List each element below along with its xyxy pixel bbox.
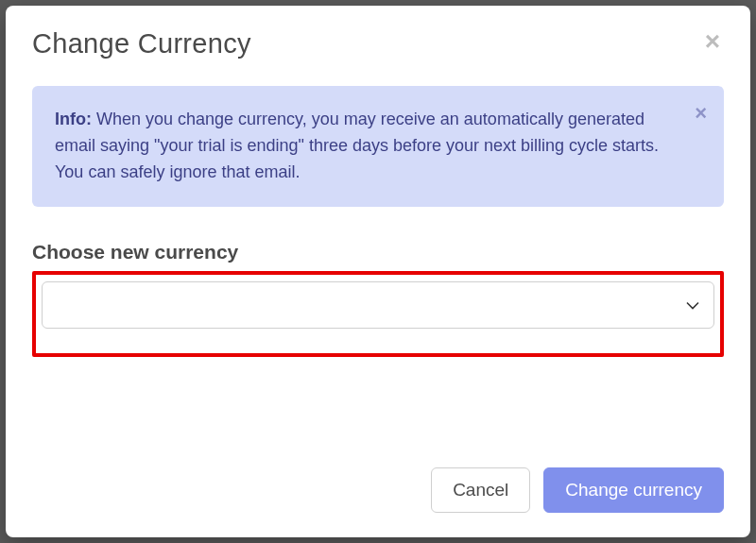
info-label: Info: [55,110,92,128]
currency-select[interactable] [42,281,714,329]
currency-field-label: Choose new currency [32,241,724,263]
info-message: When you change currency, you may receiv… [55,110,659,181]
modal-footer: Cancel Change currency [6,449,750,537]
change-currency-button[interactable]: Change currency [543,467,724,513]
close-icon[interactable]: × [701,28,724,55]
modal-title: Change Currency [32,28,251,59]
change-currency-modal: Change Currency × × Info: When you chang… [6,6,750,537]
cancel-button[interactable]: Cancel [431,467,530,513]
highlight-annotation [32,271,724,357]
modal-body: × Info: When you change currency, you ma… [6,71,750,449]
alert-close-icon[interactable]: × [695,103,707,124]
info-alert: × Info: When you change currency, you ma… [32,86,724,207]
modal-header: Change Currency × [6,6,750,71]
currency-select-wrap [42,281,714,329]
